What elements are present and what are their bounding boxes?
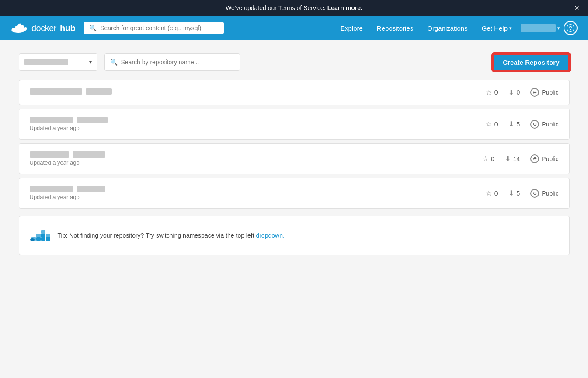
search-icon: 🔍: [89, 24, 97, 32]
tip-box: Tip: Not finding your repository? Try sw…: [19, 216, 570, 255]
repo-name-row: [30, 117, 486, 123]
star-icon: ☆: [482, 154, 488, 163]
download-stat: ⬇ 0: [508, 88, 520, 97]
repo-tag-blurred: [77, 186, 105, 192]
visibility-badge: ⊕ Public: [530, 189, 558, 198]
download-icon: ⬇: [508, 189, 514, 197]
globe-icon: ⊕: [530, 88, 539, 97]
repo-search-bar[interactable]: 🔍: [104, 53, 240, 71]
star-stat: ☆ 0: [486, 189, 498, 197]
repo-name-row: [30, 88, 486, 94]
svg-rect-12: [41, 234, 45, 237]
download-stat: ⬇ 5: [508, 120, 520, 128]
visibility-badge: ⊕ Public: [530, 120, 558, 129]
visibility-text: Public: [542, 190, 558, 197]
svg-rect-10: [36, 237, 41, 241]
repo-search-input[interactable]: [121, 59, 234, 66]
star-count: 0: [491, 155, 494, 162]
download-icon: ⬇: [508, 88, 514, 97]
star-icon: ☆: [486, 189, 492, 197]
main-nav: Explore Repositories Organizations Get H…: [335, 21, 578, 35]
namespace-chevron-icon: ▾: [89, 59, 92, 65]
header: docker hub 🔍 Explore Repositories Organi…: [0, 16, 588, 40]
fingerprint-icon[interactable]: [564, 21, 578, 35]
repo-stats: ☆ 0 ⬇ 14 ⊕ Public: [482, 154, 559, 163]
repo-name-blurred: [30, 186, 73, 192]
visibility-text: Public: [542, 155, 558, 162]
star-count: 0: [494, 190, 498, 197]
star-stat: ☆ 0: [486, 88, 498, 97]
svg-rect-11: [41, 230, 45, 234]
logo[interactable]: docker hub: [10, 22, 75, 34]
repo-info: Updated a year ago: [30, 117, 486, 131]
repo-tag-blurred: [73, 151, 105, 158]
chevron-down-icon: ▾: [509, 25, 512, 31]
download-icon: ⬇: [505, 154, 511, 163]
repository-list: ☆ 0 ⬇ 0 ⊕ Public Updated a: [19, 80, 570, 255]
star-count: 0: [494, 121, 498, 128]
create-repository-button[interactable]: Create Repository: [493, 54, 569, 71]
namespace-value: [24, 59, 68, 65]
table-row[interactable]: Updated a year ago ☆ 0 ⬇ 5 ⊕ Public: [19, 108, 570, 140]
tip-docker-icon: [30, 225, 51, 246]
global-search-input[interactable]: [100, 24, 219, 32]
download-count: 5: [517, 190, 520, 197]
notification-link[interactable]: Learn more.: [327, 4, 362, 11]
repo-name-blurred: [30, 151, 69, 158]
table-row[interactable]: ☆ 0 ⬇ 0 ⊕ Public: [19, 80, 570, 105]
logo-text: docker: [31, 23, 56, 33]
docker-whale-icon: [10, 22, 28, 34]
repo-name-row: [30, 151, 482, 158]
user-name-blurred: [521, 24, 556, 32]
repo-meta: Updated a year ago: [30, 194, 486, 200]
nav-explore[interactable]: Explore: [335, 21, 368, 35]
download-icon: ⬇: [508, 120, 514, 128]
repo-tag-blurred: [86, 88, 112, 94]
repo-info: Updated a year ago: [30, 186, 486, 200]
namespace-dropdown[interactable]: ▾: [19, 53, 97, 71]
repo-info: Updated a year ago: [30, 151, 482, 166]
repo-meta: Updated a year ago: [30, 159, 482, 166]
repo-stats: ☆ 0 ⬇ 5 ⊕ Public: [486, 189, 559, 198]
nav-organizations[interactable]: Organizations: [422, 21, 473, 35]
repo-tag-blurred: [77, 117, 108, 123]
globe-icon: ⊕: [530, 189, 539, 198]
repo-info: [30, 88, 486, 96]
globe-icon: ⊕: [530, 120, 539, 129]
repo-stats: ☆ 0 ⬇ 0 ⊕ Public: [486, 88, 559, 97]
repo-meta: Updated a year ago: [30, 125, 486, 131]
globe-icon: ⊕: [530, 154, 539, 163]
download-stat: ⬇ 14: [505, 154, 520, 163]
svg-rect-14: [46, 234, 50, 237]
svg-point-16: [30, 238, 35, 241]
logo-hub-text: hub: [60, 23, 75, 33]
table-row[interactable]: Updated a year ago ☆ 0 ⬇ 14 ⊕ Public: [19, 143, 570, 174]
repo-stats: ☆ 0 ⬇ 5 ⊕ Public: [486, 120, 559, 129]
star-stat: ☆ 0: [486, 120, 498, 128]
star-icon: ☆: [486, 120, 492, 128]
download-count: 5: [517, 121, 520, 128]
star-icon: ☆: [486, 88, 492, 97]
nav-get-help[interactable]: Get Help ▾: [477, 21, 517, 35]
download-count: 14: [513, 155, 520, 162]
star-stat: ☆ 0: [482, 154, 494, 163]
nav-repositories[interactable]: Repositories: [372, 21, 418, 35]
svg-rect-13: [41, 237, 45, 241]
star-count: 0: [494, 89, 498, 96]
tip-text: Tip: Not finding your repository? Try sw…: [58, 232, 285, 239]
notification-close-button[interactable]: ×: [574, 4, 579, 12]
user-menu[interactable]: ▾: [521, 24, 560, 32]
visibility-text: Public: [542, 121, 558, 128]
repo-name-row: [30, 186, 486, 192]
global-search-bar[interactable]: 🔍: [84, 22, 224, 34]
chevron-down-icon: ▾: [557, 25, 560, 31]
visibility-badge: ⊕ Public: [530, 88, 558, 97]
visibility-badge: ⊕ Public: [530, 154, 558, 163]
repo-search-icon: 🔍: [110, 59, 118, 66]
repo-name-blurred: [30, 117, 73, 123]
visibility-text: Public: [542, 89, 558, 96]
svg-rect-15: [46, 237, 50, 241]
notification-bar: We've updated our Terms of Service. Lear…: [0, 0, 588, 16]
table-row[interactable]: Updated a year ago ☆ 0 ⬇ 5 ⊕ Public: [19, 178, 570, 209]
tip-link[interactable]: dropdown.: [256, 232, 284, 239]
